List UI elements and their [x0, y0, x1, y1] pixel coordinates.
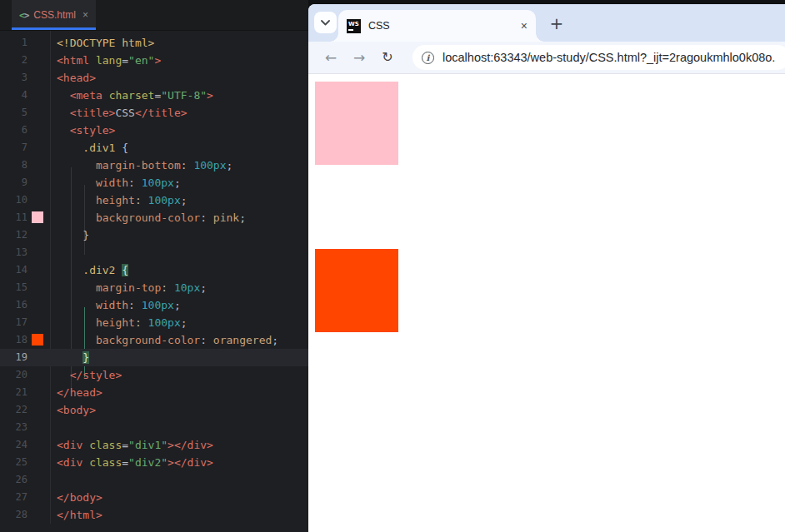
color-preview-swatch[interactable] [32, 211, 43, 223]
color-preview-swatch[interactable] [32, 334, 43, 346]
code-text: <body> [51, 401, 96, 419]
editor-tab-label: CSS.html [33, 9, 76, 21]
code-text: </html> [51, 506, 102, 524]
line-number: 4 [0, 87, 28, 104]
site-info-icon[interactable]: i [422, 52, 434, 64]
code-line: 14 .div2 { [0, 261, 308, 279]
line-number: 8 [0, 157, 28, 174]
gutter: 14 [0, 261, 51, 279]
code-line: 6 <style> [0, 122, 308, 139]
code-text: <style> [51, 122, 115, 139]
code-text: <!DOCTYPE html> [51, 34, 154, 52]
code-line: 19 } [0, 349, 308, 366]
line-number: 12 [0, 226, 28, 244]
code-line: 17 height: 100px; [0, 314, 308, 331]
editor-tab-bar: <> CSS.html × [0, 0, 308, 31]
gutter: 21 [0, 384, 51, 401]
code-text: <head> [51, 69, 96, 87]
code-line: 12 } [0, 226, 308, 244]
gutter: 16 [0, 296, 51, 314]
code-text: height: 100px; [51, 191, 188, 209]
line-number: 5 [0, 104, 28, 122]
code-line: 20 </style> [0, 366, 308, 384]
gutter: 6 [0, 122, 51, 139]
line-number: 19 [0, 349, 28, 366]
code-text [51, 471, 57, 489]
code-text: } [51, 349, 89, 366]
code-line: 11 background-color: pink; [0, 209, 308, 226]
rendered-page [308, 73, 785, 532]
browser-tab-title: CSS [368, 20, 390, 32]
gutter: 1 [0, 34, 51, 52]
code-line: 4 <meta charset="UTF-8"> [0, 87, 308, 104]
back-button[interactable]: ← [317, 51, 345, 65]
gutter: 4 [0, 87, 51, 104]
line-number: 3 [0, 69, 28, 87]
gutter: 25 [0, 454, 51, 471]
code-text: <meta charset="UTF-8"> [51, 87, 213, 104]
line-number: 25 [0, 454, 28, 471]
code-text: width: 100px; [51, 174, 181, 191]
gutter: 22 [0, 401, 51, 419]
new-tab-button[interactable]: + [545, 12, 568, 35]
line-number: 22 [0, 401, 28, 419]
code-line: 27</body> [0, 489, 308, 506]
code-text: background-color: pink; [51, 209, 246, 226]
line-number: 24 [0, 436, 28, 454]
reload-button[interactable]: ↻ [373, 51, 402, 64]
line-number: 14 [0, 261, 28, 279]
line-number: 28 [0, 506, 28, 524]
code-text: .div1 { [51, 139, 128, 157]
url-text: localhost:63343/web-study/CSS.html?_ijt=… [442, 51, 775, 64]
ide-editor-panel: <> CSS.html × 1<!DOCTYPE html>2<html lan… [0, 0, 308, 532]
gutter: 27 [0, 489, 51, 506]
code-text: margin-bottom: 100px; [51, 157, 232, 174]
line-number: 26 [0, 471, 28, 489]
tab-search-button[interactable] [314, 12, 337, 33]
line-number: 20 [0, 366, 28, 384]
code-line: 22<body> [0, 401, 308, 419]
gutter: 8 [0, 157, 51, 174]
code-line: 1<!DOCTYPE html> [0, 34, 308, 52]
code-line: 21</head> [0, 384, 308, 401]
code-line: 18 background-color: orangered; [0, 331, 308, 349]
browser-window: WS CSS × + ← → ↻ i localhost:63343/web-s… [308, 4, 785, 532]
code-line: 24<div class="div1"></div> [0, 436, 308, 454]
browser-tab-close-icon[interactable]: × [521, 19, 528, 32]
editor-tab-close-icon[interactable]: × [81, 9, 88, 21]
code-line: 26 [0, 471, 308, 489]
gutter: 28 [0, 506, 51, 524]
code-editor[interactable]: 1<!DOCTYPE html>2<html lang="en">3<head>… [0, 31, 308, 524]
code-line: 25<div class="div2"></div> [0, 454, 308, 471]
code-text: } [51, 226, 89, 244]
line-number: 2 [0, 52, 28, 69]
gutter: 11 [0, 209, 51, 226]
code-text: width: 100px; [51, 296, 181, 314]
line-number: 15 [0, 279, 28, 296]
code-line: 23 [0, 419, 308, 436]
line-number: 27 [0, 489, 28, 506]
code-text: </style> [51, 366, 122, 384]
address-bar[interactable]: i localhost:63343/web-study/CSS.html?_ij… [412, 45, 785, 70]
page-square-div1 [315, 82, 398, 165]
browser-tab-css[interactable]: WS CSS × [338, 10, 536, 42]
forward-button[interactable]: → [345, 51, 373, 65]
line-number: 13 [0, 244, 28, 261]
line-number: 23 [0, 419, 28, 436]
browser-toolbar: ← → ↻ i localhost:63343/web-study/CSS.ht… [308, 42, 785, 73]
gutter: 15 [0, 279, 51, 296]
code-text: .div2 { [51, 261, 128, 279]
gutter: 13 [0, 244, 51, 261]
line-number: 17 [0, 314, 28, 331]
code-text: </body> [51, 489, 102, 506]
line-number: 21 [0, 384, 28, 401]
gutter: 19 [0, 349, 51, 366]
gutter: 10 [0, 191, 51, 209]
gutter: 24 [0, 436, 51, 454]
webstorm-favicon: WS [347, 19, 361, 33]
gutter: 2 [0, 52, 51, 69]
page-square-div2 [315, 249, 398, 332]
gutter: 5 [0, 104, 51, 122]
gutter: 18 [0, 331, 51, 349]
editor-tab-css-html[interactable]: <> CSS.html × [12, 0, 96, 30]
